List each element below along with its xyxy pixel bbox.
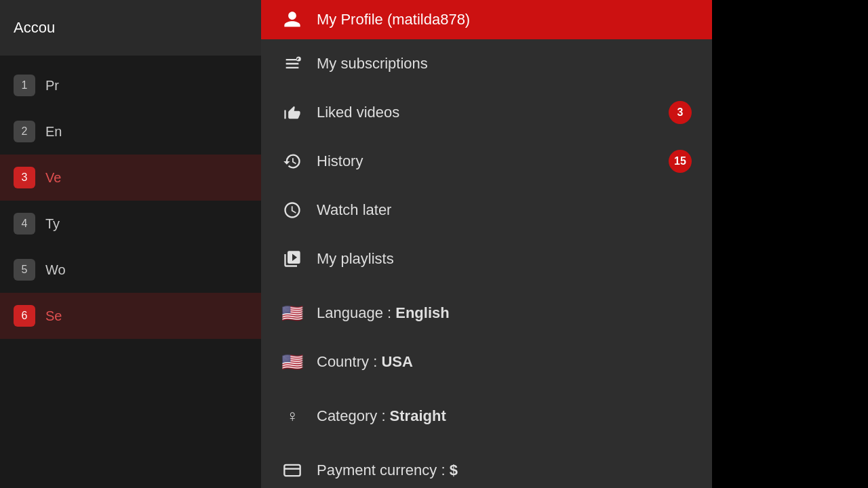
svg-rect-1 — [284, 465, 300, 476]
item-number: 5 — [14, 259, 35, 281]
playlists-menu-item[interactable]: My playlists — [261, 235, 712, 283]
item-label: Wo — [45, 262, 66, 278]
liked-videos-menu-item[interactable]: Liked videos 3 — [261, 88, 712, 137]
watch-later-label: Watch later — [317, 201, 692, 219]
watch-later-icon — [281, 199, 303, 221]
panel-header-text: Accou — [14, 19, 55, 36]
list-item-active[interactable]: 3 Ve — [0, 155, 261, 201]
item-number: 6 — [14, 305, 35, 327]
history-label: History — [317, 152, 655, 170]
list-item[interactable]: 2 En — [0, 108, 261, 155]
watch-later-menu-item[interactable]: Watch later — [261, 186, 712, 235]
profile-label: My Profile (matilda878) — [317, 11, 692, 28]
subscriptions-menu-item[interactable]: My subscriptions — [261, 39, 712, 88]
country-flag-icon: 🇺🇸 — [281, 351, 303, 373]
liked-badge: 3 — [669, 101, 692, 124]
list-item-active[interactable]: 6 Se — [0, 293, 261, 339]
list-item[interactable]: 1 Pr — [0, 62, 261, 108]
liked-label: Liked videos — [317, 104, 655, 121]
language-flag-icon: 🇺🇸 — [281, 302, 303, 324]
language-menu-item[interactable]: 🇺🇸 Language : English — [261, 289, 712, 338]
item-number: 1 — [14, 75, 35, 96]
list-item[interactable]: 4 Ty — [0, 201, 261, 247]
dropdown-menu: My Profile (matilda878) My subscriptions… — [261, 0, 712, 488]
list-item[interactable]: 5 Wo — [0, 247, 261, 293]
profile-icon — [281, 9, 303, 30]
right-dark-area — [712, 0, 868, 488]
category-label: Category : Straight — [317, 407, 692, 425]
item-label: Pr — [45, 78, 59, 94]
playlists-label: My playlists — [317, 250, 692, 268]
item-label: Ty — [45, 216, 60, 232]
currency-icon — [281, 460, 303, 481]
liked-icon — [281, 102, 303, 123]
profile-menu-item[interactable]: My Profile (matilda878) — [261, 0, 712, 39]
currency-menu-item[interactable]: Payment currency : $ — [261, 446, 712, 488]
country-menu-item[interactable]: 🇺🇸 Country : USA — [261, 338, 712, 386]
panel-header: Accou — [0, 0, 261, 56]
category-menu-item[interactable]: ♀ Category : Straight — [261, 392, 712, 441]
account-list: 1 Pr 2 En 3 Ve 4 Ty 5 Wo 6 Se — [0, 56, 261, 346]
item-label: Ve — [45, 170, 61, 186]
item-label: En — [45, 124, 62, 140]
history-badge: 15 — [669, 150, 692, 173]
item-number: 4 — [14, 213, 35, 235]
playlists-icon — [281, 248, 303, 270]
subscriptions-icon — [281, 53, 303, 75]
category-icon: ♀ — [281, 405, 303, 427]
history-icon — [281, 150, 303, 172]
item-number: 3 — [14, 167, 35, 188]
currency-label: Payment currency : $ — [317, 462, 692, 479]
item-number: 2 — [14, 121, 35, 142]
account-list-panel: Accou 1 Pr 2 En 3 Ve 4 Ty 5 Wo 6 Se — [0, 0, 261, 488]
country-label: Country : USA — [317, 353, 692, 371]
language-label: Language : English — [317, 304, 692, 322]
svg-point-0 — [296, 57, 301, 62]
subscriptions-label: My subscriptions — [317, 55, 692, 73]
history-menu-item[interactable]: History 15 — [261, 137, 712, 186]
item-label: Se — [45, 308, 62, 324]
